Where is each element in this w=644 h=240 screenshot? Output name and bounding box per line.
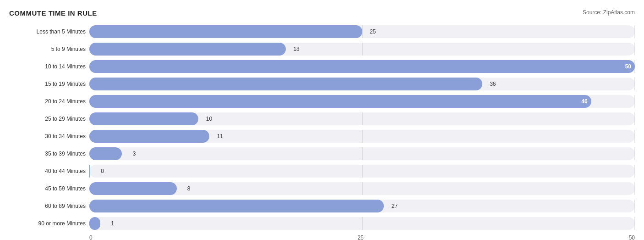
bar-value: 1 [111, 220, 114, 227]
bar-track: 27 [89, 200, 635, 212]
bar-value: 50 [625, 63, 631, 70]
bar-fill: 8 [89, 182, 177, 195]
bar-track: 25 [89, 25, 635, 38]
bar-label: 60 to 89 Minutes [9, 203, 89, 209]
bar-fill: 1 [89, 217, 100, 230]
bar-value: 8 [187, 185, 191, 192]
bar-label: 25 to 29 Minutes [9, 116, 89, 122]
chart-header: COMMUTE TIME IN RULE Source: ZipAtlas.co… [9, 9, 635, 17]
bar-fill: 46 [89, 95, 591, 108]
bar-value: 18 [293, 46, 299, 52]
bar-value: 46 [581, 98, 587, 105]
bar-track: 18 [89, 43, 635, 56]
bar-value: 27 [392, 203, 398, 209]
x-axis-tick: 0 [89, 234, 93, 240]
bar-label: 10 to 14 Minutes [9, 63, 89, 70]
bar-fill: 0 [89, 165, 90, 178]
bar-label: Less than 5 Minutes [9, 28, 89, 35]
bar-label: 30 to 34 Minutes [9, 133, 89, 140]
bar-value: 10 [206, 116, 212, 122]
bar-fill: 3 [89, 147, 122, 160]
bar-fill: 27 [89, 200, 384, 212]
bar-track: 11 [89, 130, 635, 143]
bar-track: 3 [89, 147, 635, 160]
bar-track: 8 [89, 182, 635, 195]
bar-value: 11 [217, 133, 223, 140]
bar-row: Less than 5 Minutes25 [9, 23, 635, 40]
bar-track: 1 [89, 217, 635, 230]
bar-row: 20 to 24 Minutes46 [9, 93, 635, 110]
chart-source: Source: ZipAtlas.com [583, 9, 635, 16]
bar-fill: 11 [89, 130, 209, 143]
bar-row: 15 to 19 Minutes36 [9, 76, 635, 92]
chart-container: COMMUTE TIME IN RULE Source: ZipAtlas.co… [0, 5, 644, 240]
bar-label: 35 to 39 Minutes [9, 151, 89, 157]
bar-fill: 25 [89, 25, 362, 38]
bar-row: 90 or more Minutes1 [9, 215, 635, 232]
bar-label: 40 to 44 Minutes [9, 168, 89, 174]
bar-row: 45 to 59 Minutes8 [9, 180, 635, 197]
bar-fill: 18 [89, 43, 286, 56]
bar-label: 90 or more Minutes [9, 220, 89, 227]
bar-track: 46 [89, 95, 635, 108]
bar-track: 0 [89, 165, 635, 178]
bar-row: 30 to 34 Minutes11 [9, 128, 635, 145]
bar-value: 36 [490, 81, 496, 87]
bar-fill: 36 [89, 78, 482, 90]
bar-value: 3 [133, 151, 136, 157]
bar-row: 35 to 39 Minutes3 [9, 145, 635, 162]
bar-label: 20 to 24 Minutes [9, 98, 89, 105]
bar-label: 5 to 9 Minutes [9, 46, 89, 52]
bar-row: 60 to 89 Minutes27 [9, 198, 635, 214]
bar-track: 50 [89, 60, 635, 73]
bar-label: 45 to 59 Minutes [9, 185, 89, 192]
x-axis: 02550 [9, 234, 635, 240]
bar-fill: 50 [89, 60, 635, 73]
bar-track: 10 [89, 112, 635, 125]
bar-row: 40 to 44 Minutes0 [9, 163, 635, 179]
x-axis-tick: 50 [629, 234, 635, 240]
bar-row: 10 to 14 Minutes50 [9, 58, 635, 75]
chart-title: COMMUTE TIME IN RULE [9, 9, 97, 17]
bar-label: 15 to 19 Minutes [9, 81, 89, 87]
bar-fill: 10 [89, 112, 198, 125]
x-axis-inner: 02550 [89, 234, 635, 240]
bars-area: Less than 5 Minutes255 to 9 Minutes1810 … [9, 23, 635, 232]
bar-row: 5 to 9 Minutes18 [9, 41, 635, 57]
bar-track: 36 [89, 78, 635, 90]
bar-value: 25 [370, 28, 376, 35]
bar-value: 0 [101, 168, 104, 174]
x-axis-tick: 25 [357, 234, 363, 240]
bar-row: 25 to 29 Minutes10 [9, 111, 635, 127]
